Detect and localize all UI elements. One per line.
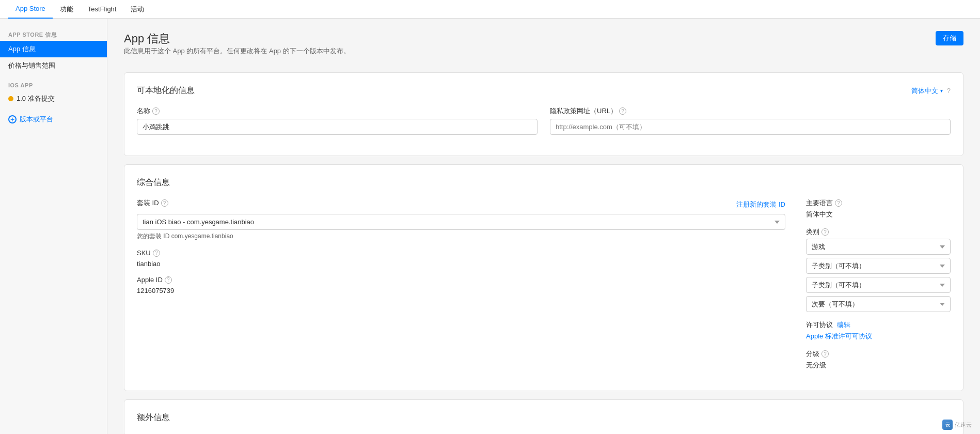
sub-category-1-select[interactable]: 子类别（可不填）	[806, 258, 951, 274]
language-selector-label: 简体中文	[911, 86, 938, 96]
primary-language-help-icon[interactable]: ?	[835, 199, 842, 207]
sku-value: tianbiao	[137, 260, 785, 268]
primary-language-label: 主要语言 ?	[806, 198, 951, 208]
rating-help-icon[interactable]: ?	[821, 350, 829, 358]
category-select[interactable]: 游戏	[806, 239, 951, 255]
privacy-url-help-icon[interactable]: ?	[619, 107, 626, 115]
secondary-category-select[interactable]: 次要（可不填）	[806, 296, 951, 312]
bundle-id-label: 套装 ID ?	[137, 198, 168, 208]
sidebar-item-pricing[interactable]: 价格与销售范围	[0, 57, 107, 74]
sidebar-item-app-info[interactable]: App 信息	[0, 41, 107, 57]
add-platform-label: 版本或平台	[20, 115, 53, 124]
primary-language-field: 主要语言 ? 简体中文	[806, 198, 951, 219]
nav-testflight[interactable]: TestFlight	[81, 0, 124, 19]
license-field: 许可协议 编辑 Apple 标准许可可协议	[806, 320, 951, 341]
sidebar-section-app-store: APP STORE 信息	[0, 27, 107, 41]
extra-section-title: 额外信息	[137, 412, 951, 423]
extra-section: 额外信息	[124, 399, 963, 434]
license-edit-link[interactable]: 编辑	[837, 320, 850, 330]
apple-id-help-icon[interactable]: ?	[165, 276, 172, 284]
rating-field: 分级 ? 无分级	[806, 349, 951, 370]
bundle-id-group: 套装 ID ? 注册新的套装 ID tian iOS biao - com.ye…	[137, 198, 785, 241]
primary-language-value: 简体中文	[806, 210, 951, 219]
nav-features[interactable]: 功能	[53, 0, 81, 19]
apple-license-link[interactable]: Apple 标准许可可协议	[806, 332, 872, 340]
main-content: App 信息 此信息用于这个 App 的所有平台。任何更改将在 App 的下一个…	[107, 19, 980, 434]
bundle-id-note: 您的套装 ID com.yesgame.tianbiao	[137, 232, 785, 241]
sidebar-item-version[interactable]: 1.0 准备提交	[0, 90, 107, 107]
comprehensive-section: 综合信息 套装 ID ? 注册新的套装 ID t	[124, 164, 963, 391]
page-header: App 信息 此信息用于这个 App 的所有平台。任何更改将在 App 的下一个…	[124, 31, 963, 68]
privacy-url-input[interactable]	[550, 119, 951, 135]
nav-app-store[interactable]: App Store	[8, 0, 53, 19]
category-help-icon[interactable]: ?	[821, 228, 829, 236]
bundle-id-header: 套装 ID ? 注册新的套装 ID	[137, 198, 785, 211]
bundle-id-select[interactable]: tian iOS biao - com.yesgame.tianbiao	[137, 214, 785, 230]
save-button[interactable]: 存储	[936, 31, 963, 45]
footer-brand-name: 亿速云	[955, 421, 972, 429]
page-subtitle: 此信息用于这个 App 的所有平台。任何更改将在 App 的下一个版本中发布。	[124, 47, 350, 56]
category-field: 类别 ? 游戏 子类别（可不填） 子类别（可不填）	[806, 227, 951, 312]
privacy-url-label: 隐私政策网址（URL） ?	[550, 106, 951, 116]
privacy-url-field-group: 隐私政策网址（URL） ?	[550, 106, 951, 135]
rating-value: 无分级	[806, 361, 951, 370]
localizable-section: 可本地化的信息 简体中文 ▾ ? 名称 ? 隐私政策网址（UR	[124, 72, 963, 156]
name-input[interactable]	[137, 119, 538, 135]
bundle-id-help-icon[interactable]: ?	[161, 199, 168, 207]
category-label: 类别 ?	[806, 227, 951, 237]
apple-id-label: Apple ID ?	[137, 276, 785, 284]
sku-label: SKU ?	[137, 249, 785, 257]
app-layout: APP STORE 信息 App 信息 价格与销售范围 iOS APP 1.0 …	[0, 19, 980, 434]
comprehensive-section-title: 综合信息	[137, 177, 951, 188]
license-link-row: Apple 标准许可可协议	[806, 332, 951, 341]
version-label: 1.0 准备提交	[17, 94, 55, 103]
localizable-form-row: 名称 ? 隐私政策网址（URL） ?	[137, 106, 951, 135]
top-nav: App Store 功能 TestFlight 活动	[0, 0, 980, 19]
footer-brand: 云 亿速云	[942, 420, 972, 430]
nav-activity[interactable]: 活动	[123, 0, 151, 19]
apple-id-value: 1216075739	[137, 287, 785, 295]
version-dot	[8, 96, 13, 101]
sku-group: SKU ? tianbiao	[137, 249, 785, 268]
language-selector[interactable]: 简体中文 ▾ ?	[911, 86, 951, 96]
sku-help-icon[interactable]: ?	[153, 250, 160, 257]
add-platform-icon: +	[8, 115, 17, 123]
name-field-group: 名称 ?	[137, 106, 538, 135]
comprehensive-right: 主要语言 ? 简体中文 类别 ? 游戏	[806, 198, 951, 378]
comprehensive-left: 套装 ID ? 注册新的套装 ID tian iOS biao - com.ye…	[137, 198, 785, 378]
rating-label: 分级 ?	[806, 349, 951, 359]
footer-logo-icon: 云	[942, 420, 953, 430]
chevron-down-icon: ▾	[940, 88, 943, 94]
sub-category-2-select[interactable]: 子类别（可不填）	[806, 277, 951, 293]
comprehensive-layout: 套装 ID ? 注册新的套装 ID tian iOS biao - com.ye…	[137, 198, 951, 378]
register-bundle-id-link[interactable]: 注册新的套装 ID	[736, 200, 785, 209]
page-title: App 信息	[124, 31, 350, 47]
name-help-icon[interactable]: ?	[152, 107, 160, 115]
sidebar: APP STORE 信息 App 信息 价格与销售范围 iOS APP 1.0 …	[0, 19, 107, 434]
apple-id-group: Apple ID ? 1216075739	[137, 276, 785, 295]
help-question-icon: ?	[947, 87, 951, 95]
sidebar-section-ios: iOS APP	[0, 74, 107, 90]
localizable-section-title: 可本地化的信息	[137, 85, 195, 96]
sidebar-add-platform[interactable]: + 版本或平台	[0, 111, 107, 128]
license-label: 许可协议 编辑	[806, 320, 951, 330]
localizable-section-header: 可本地化的信息 简体中文 ▾ ?	[137, 85, 951, 96]
name-label: 名称 ?	[137, 106, 538, 116]
